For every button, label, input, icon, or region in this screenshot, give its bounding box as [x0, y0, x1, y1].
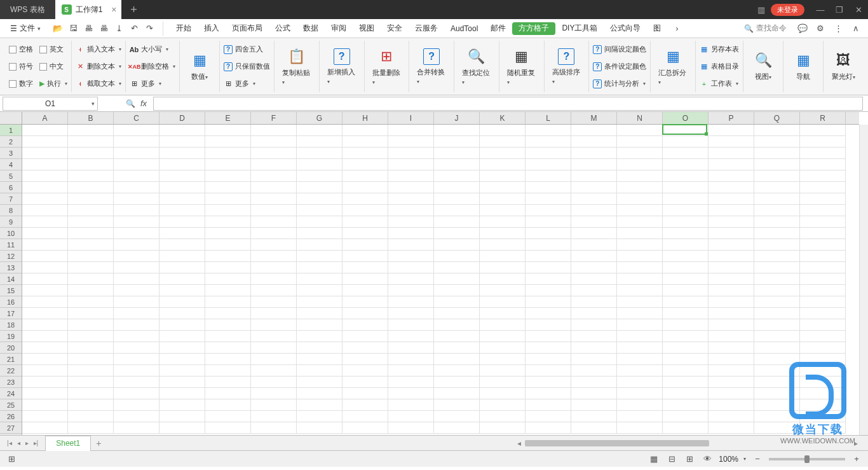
cell[interactable]	[114, 331, 159, 342]
cell[interactable]	[159, 342, 205, 354]
cell[interactable]	[114, 239, 159, 251]
cell[interactable]	[617, 319, 663, 331]
cell[interactable]	[297, 342, 342, 354]
cell[interactable]	[480, 205, 526, 216]
checkbox-space[interactable]: 空格	[9, 42, 33, 57]
cell[interactable]	[663, 182, 709, 193]
cell[interactable]	[754, 125, 800, 136]
cell[interactable]	[663, 273, 709, 285]
cell[interactable]	[205, 159, 251, 170]
cell[interactable]	[251, 228, 297, 239]
cell[interactable]	[709, 273, 754, 285]
cell[interactable]	[617, 285, 663, 296]
cell[interactable]	[709, 148, 754, 159]
cell[interactable]	[251, 296, 297, 308]
row-header[interactable]: 11	[0, 239, 22, 251]
row-header[interactable]: 22	[0, 365, 22, 377]
cell[interactable]	[251, 365, 297, 377]
cell[interactable]	[526, 399, 571, 411]
cell[interactable]	[205, 377, 251, 388]
cell[interactable]	[159, 148, 205, 159]
cell[interactable]	[388, 273, 434, 285]
cell[interactable]	[114, 205, 159, 216]
cell[interactable]	[388, 331, 434, 342]
cell[interactable]	[114, 285, 159, 296]
cell[interactable]	[571, 296, 617, 308]
cell[interactable]	[68, 251, 114, 262]
cell[interactable]	[800, 262, 846, 273]
keep-value-button[interactable]: ?只保留数值	[224, 59, 270, 74]
cell[interactable]	[297, 319, 342, 331]
app-tab[interactable]: WPS 表格	[0, 0, 55, 19]
cell[interactable]	[480, 308, 526, 319]
scroll-left-icon[interactable]: ◂	[517, 439, 521, 448]
column-header[interactable]: K	[480, 112, 526, 124]
row-header[interactable]: 4	[0, 159, 22, 170]
cell[interactable]	[114, 228, 159, 239]
cell[interactable]	[297, 365, 342, 377]
cell[interactable]	[114, 377, 159, 388]
cell[interactable]	[526, 170, 571, 182]
cell[interactable]	[159, 170, 205, 182]
cell[interactable]	[526, 296, 571, 308]
cell[interactable]	[434, 365, 480, 377]
cell[interactable]	[480, 182, 526, 193]
cell[interactable]	[617, 262, 663, 273]
cell[interactable]	[159, 228, 205, 239]
view-layout-icon[interactable]: ⊞	[683, 453, 696, 466]
cell[interactable]	[800, 377, 846, 388]
cell[interactable]	[68, 228, 114, 239]
cell[interactable]	[22, 159, 68, 170]
cell[interactable]	[114, 170, 159, 182]
file-menu[interactable]: ☰ 文件 ▾	[5, 23, 46, 34]
cell[interactable]	[663, 125, 709, 136]
column-header[interactable]: F	[251, 112, 297, 124]
column-header[interactable]: J	[434, 112, 480, 124]
cell[interactable]	[251, 239, 297, 251]
cell[interactable]	[663, 377, 709, 388]
nav-button[interactable]: ▦导航	[787, 52, 819, 81]
cell[interactable]	[342, 399, 388, 411]
cell[interactable]	[22, 342, 68, 354]
row-header[interactable]: 13	[0, 262, 22, 273]
cell[interactable]	[297, 388, 342, 399]
cell[interactable]	[571, 239, 617, 251]
cell[interactable]	[388, 354, 434, 365]
cell[interactable]	[526, 125, 571, 136]
cell[interactable]	[434, 251, 480, 262]
row-header[interactable]: 19	[0, 331, 22, 342]
scroll-thumb[interactable]	[525, 440, 709, 446]
execute-button[interactable]: ▶执行▾	[39, 76, 67, 92]
cell[interactable]	[800, 399, 846, 411]
cell[interactable]	[571, 422, 617, 434]
cell[interactable]	[480, 296, 526, 308]
cell[interactable]	[754, 285, 800, 296]
row-header[interactable]: 24	[0, 388, 22, 399]
print-preview-icon[interactable]: 🖶	[97, 22, 111, 36]
menu-tab-4[interactable]: 数据	[297, 19, 325, 38]
delete-text-button[interactable]: ✕删除文本▾	[76, 59, 121, 74]
column-header[interactable]: L	[526, 112, 571, 124]
cell[interactable]	[800, 193, 846, 205]
cell[interactable]	[754, 331, 800, 342]
cell[interactable]	[205, 170, 251, 182]
cell[interactable]	[617, 125, 663, 136]
cell[interactable]	[159, 377, 205, 388]
batch-delete-button[interactable]: ⊞批量删除▾	[369, 48, 405, 85]
cell[interactable]	[800, 159, 846, 170]
cell[interactable]	[800, 228, 846, 239]
cell[interactable]	[297, 170, 342, 182]
cell[interactable]	[571, 182, 617, 193]
cell[interactable]	[754, 239, 800, 251]
cell[interactable]	[388, 319, 434, 331]
view-pagebreak-icon[interactable]: ⊟	[665, 453, 678, 466]
cell[interactable]	[297, 136, 342, 148]
cell[interactable]	[434, 170, 480, 182]
cell[interactable]	[22, 170, 68, 182]
cell[interactable]	[68, 365, 114, 377]
cell[interactable]	[754, 308, 800, 319]
cell[interactable]	[68, 125, 114, 136]
cell[interactable]	[571, 273, 617, 285]
cell[interactable]	[480, 251, 526, 262]
checkbox-symbol[interactable]: 符号	[9, 59, 33, 74]
